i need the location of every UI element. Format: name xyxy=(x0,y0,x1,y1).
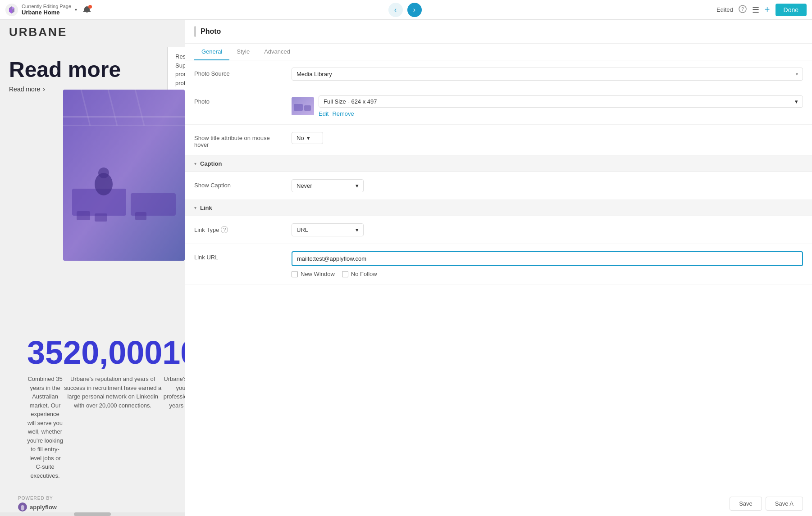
photo-size-arrow-icon: ▾ xyxy=(795,98,798,105)
photo-size-dropdown[interactable]: Full Size - 624 x 497 ▾ xyxy=(319,95,803,108)
panel-title: Photo xyxy=(201,27,221,36)
top-bar-left: Currently Editing Page Urbane Home ▾ xyxy=(5,4,93,16)
site-logo: urbane xyxy=(9,25,67,39)
photo-source-label: Photo Source xyxy=(194,68,284,77)
caption-section-title: Caption xyxy=(200,160,222,167)
drag-handle[interactable] xyxy=(194,26,196,37)
list-icon[interactable]: ☰ xyxy=(752,5,759,15)
save-button[interactable]: Save xyxy=(730,497,762,511)
read-more-arrow-icon: › xyxy=(43,86,45,93)
page-info: Currently Editing Page Urbane Home xyxy=(22,4,71,16)
photo-source-value: Media Library xyxy=(297,71,332,77)
link-type-value: URL xyxy=(297,226,308,233)
applyflow-text: applyflow xyxy=(30,504,57,511)
app-logo-icon xyxy=(5,4,18,16)
link-chevron-icon: ▾ xyxy=(194,205,196,210)
svg-text:?: ? xyxy=(741,6,744,12)
stat-number-2: 20,000 xyxy=(63,334,162,371)
stat-desc-2: Urbane's reputation and years of success… xyxy=(63,375,162,410)
applyflow-icon xyxy=(18,502,27,511)
photo-source-content: Media Library ▾ xyxy=(292,68,803,81)
photo-thumb-row: Full Size - 624 x 497 ▾ Edit Remove xyxy=(292,95,803,117)
top-bar: Currently Editing Page Urbane Home ▾ ‹ ›… xyxy=(0,0,812,20)
office-image-bg xyxy=(63,90,185,261)
notification-dot xyxy=(88,5,92,9)
stat-number-3: 10,000 xyxy=(162,334,185,371)
svg-rect-19 xyxy=(294,104,303,111)
panel-tabs: General Style Advanced xyxy=(185,44,812,60)
show-title-dropdown[interactable]: No ▾ xyxy=(292,132,323,144)
next-page-button[interactable]: › xyxy=(407,3,422,17)
save-all-button[interactable]: Save A xyxy=(766,497,803,511)
photo-label: Photo xyxy=(194,95,284,105)
svg-rect-16 xyxy=(63,90,185,261)
no-follow-checkbox-item: No Follow xyxy=(342,271,377,277)
done-button[interactable]: Done xyxy=(776,4,807,16)
link-type-dropdown[interactable]: URL ▾ xyxy=(292,223,364,236)
panel-header: Photo xyxy=(185,20,812,44)
link-type-row: Link Type ? URL ▾ xyxy=(185,216,812,244)
svg-rect-20 xyxy=(304,105,311,111)
scrollbar-thumb[interactable] xyxy=(74,512,111,516)
photo-panel: Photo General Style Advanced Photo Sourc… xyxy=(185,20,812,516)
show-caption-value: Never xyxy=(297,182,312,189)
no-follow-checkbox[interactable] xyxy=(342,271,348,277)
no-follow-label: No Follow xyxy=(351,271,377,277)
photo-size-value: Full Size - 624 x 497 xyxy=(324,98,377,105)
link-url-label: Link URL xyxy=(194,251,284,261)
applyflow-logo: applyflow xyxy=(18,502,57,511)
show-caption-row: Show Caption Never ▾ xyxy=(185,172,812,200)
show-title-arrow-icon: ▾ xyxy=(307,135,310,141)
photo-source-row: Photo Source Media Library ▾ xyxy=(185,60,812,88)
photo-thumbnail xyxy=(292,97,314,115)
edited-status: Edited xyxy=(716,6,733,13)
page-background: urbane Responsibilities:Patient Support:… xyxy=(0,20,185,516)
page-dropdown-arrow[interactable]: ▾ xyxy=(75,7,77,12)
stat-item-3: 10,000 Urbane's database of talent conne… xyxy=(162,334,185,419)
remove-photo-link[interactable]: Remove xyxy=(332,110,354,117)
new-window-checkbox[interactable] xyxy=(292,271,298,277)
powered-by: POWERED BY applyflow xyxy=(18,496,57,511)
horizontal-scrollbar[interactable] xyxy=(0,512,185,516)
photo-row: Photo xyxy=(185,88,812,125)
photo-content: Full Size - 624 x 497 ▾ Edit Remove xyxy=(292,95,803,117)
stats-section: 35 Combined 35 years in the Australian m… xyxy=(0,325,185,489)
show-title-label: Show title attribute on mouse hover xyxy=(194,132,284,148)
show-title-row: Show title attribute on mouse hover No ▾ xyxy=(185,125,812,156)
notifications-button[interactable] xyxy=(81,4,93,16)
link-section-title: Link xyxy=(200,204,212,211)
office-image xyxy=(63,90,185,261)
new-window-label: New Window xyxy=(301,271,335,277)
show-caption-dropdown[interactable]: Never ▾ xyxy=(292,179,364,192)
link-type-help-icon[interactable]: ? xyxy=(221,226,228,233)
prev-page-button[interactable]: ‹ xyxy=(388,3,403,17)
show-title-value: No xyxy=(297,135,304,141)
link-url-input[interactable] xyxy=(292,251,803,266)
panel-footer: Save Save A xyxy=(185,491,812,516)
link-type-label: Link Type ? xyxy=(194,223,284,233)
link-section-header[interactable]: ▾ Link xyxy=(185,200,812,216)
add-button[interactable]: + xyxy=(765,5,770,15)
stat-item-1: 35 Combined 35 years in the Australian m… xyxy=(27,334,63,480)
stat-desc-1: Combined 35 years in the Australian mark… xyxy=(27,375,63,480)
help-icon[interactable]: ? xyxy=(739,5,747,14)
tab-style[interactable]: Style xyxy=(229,44,257,60)
show-title-content: No ▾ xyxy=(292,132,803,144)
photo-source-dropdown[interactable]: Media Library ▾ xyxy=(292,68,803,81)
stat-number-1: 35 xyxy=(27,334,63,371)
link-type-content: URL ▾ xyxy=(292,223,803,236)
powered-by-label: POWERED BY xyxy=(18,496,57,501)
panel-body: Photo Source Media Library ▾ Photo xyxy=(185,60,812,491)
tab-general[interactable]: General xyxy=(194,44,229,60)
read-more-heading: Read more xyxy=(9,58,121,82)
office-photo-svg xyxy=(63,90,185,261)
link-type-arrow-icon: ▾ xyxy=(356,226,359,233)
link-url-content: New Window No Follow xyxy=(292,251,803,277)
top-bar-right: Edited ? ☰ + Done xyxy=(716,4,807,16)
photo-source-arrow-icon: ▾ xyxy=(796,72,798,77)
caption-section-header[interactable]: ▾ Caption xyxy=(185,156,812,172)
link-url-row: Link URL New Window No Follow xyxy=(185,244,812,285)
edit-photo-link[interactable]: Edit xyxy=(319,110,328,117)
caption-chevron-icon: ▾ xyxy=(194,161,196,166)
tab-advanced[interactable]: Advanced xyxy=(257,44,297,60)
